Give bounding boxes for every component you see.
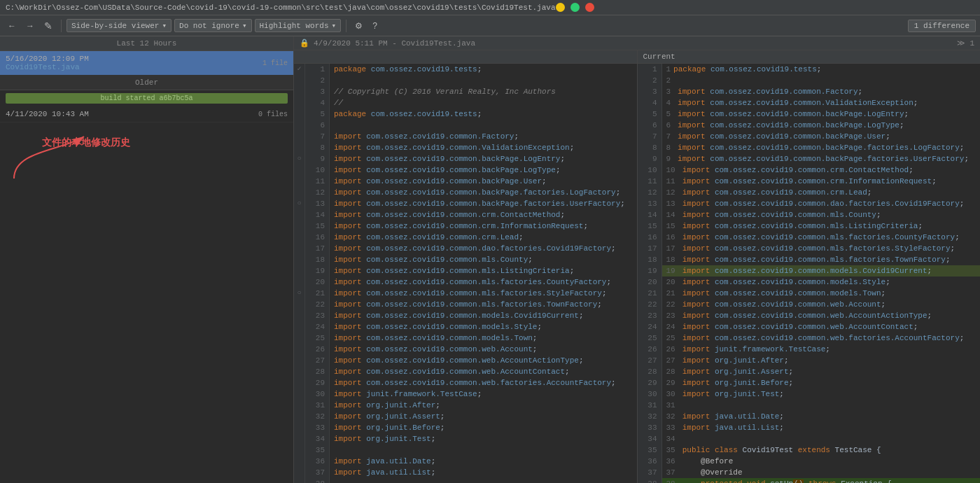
ignore-dropdown[interactable]: Do not ignore ▾: [174, 19, 251, 32]
right-code-panel[interactable]: Current 1 1package com.ossez.covid19.tes…: [637, 50, 981, 483]
code-line: ○ 21 import com.ossez.covid19.common.mls…: [294, 288, 637, 299]
code-line: 14 import com.ossez.covid19.common.crm.C…: [294, 209, 637, 220]
code-line: 30 import junit.framework.TestCase;: [294, 388, 637, 400]
code-line: 10 10import com.ossez.covid19.common.crm…: [638, 164, 981, 176]
code-line: 9 9import com.ossez.covid19.common.backP…: [638, 153, 981, 164]
code-line: 20 import com.ossez.covid19.common.mls.f…: [294, 276, 637, 288]
viewer-label: Side-by-side viewer: [71, 22, 159, 30]
toolbar-right: 1 difference: [908, 20, 976, 32]
maximize-button[interactable]: [570, 3, 580, 12]
code-line-highlight: 19 19import com.ossez.covid19.common.mod…: [638, 265, 981, 276]
history-item-selected[interactable]: 5/16/2020 12:09 PM Covid19Test.java 1 fi…: [0, 51, 293, 76]
history-header: Last 12 Hours: [0, 36, 293, 51]
left-panel: Last 12 Hours 5/16/2020 12:09 PM Covid19…: [0, 36, 294, 483]
code-line: 30 30import org.junit.Test;: [638, 388, 981, 400]
code-line: 3 3import com.ossez.covid19.common.Facto…: [638, 86, 981, 97]
code-line: 18 18import com.ossez.covid19.common.mls…: [638, 254, 981, 265]
code-line: ○ 9 import com.ossez.covid19.common.back…: [294, 153, 637, 164]
code-line: 21 21import com.ossez.covid19.common.mod…: [638, 288, 981, 299]
code-line: 16 import com.ossez.covid19.common.crm.L…: [294, 232, 637, 243]
lock-icon: 🔒: [300, 38, 309, 48]
code-line: 13 13import com.ossez.covid19.common.dao…: [638, 198, 981, 209]
highlight-dropdown[interactable]: Highlight words ▾: [255, 19, 342, 32]
right-panel-header: Current: [638, 50, 981, 64]
diff-area: 🔒 4/9/2020 5:11 PM - Covid19Test.java ≫ …: [294, 36, 980, 483]
code-line: 26 import com.ossez.covid19.common.web.A…: [294, 344, 637, 355]
code-line: 34 import org.junit.Test;: [294, 433, 637, 444]
code-line: 4 4import com.ossez.covid19.common.Valid…: [638, 97, 981, 108]
highlight-label: Highlight words: [260, 22, 329, 30]
code-line: 37 import java.util.List;: [294, 467, 637, 478]
toolbar-sep-1: [61, 20, 62, 32]
code-line: 22 22import com.ossez.covid19.common.web…: [638, 299, 981, 310]
viewer-chevron: ▾: [162, 21, 167, 30]
diff-count-badge: 1 difference: [908, 20, 976, 32]
expand-icon[interactable]: ≫ 1: [957, 38, 974, 48]
ignore-label: Do not ignore: [179, 22, 239, 30]
nav-back-button[interactable]: ←: [4, 20, 20, 32]
code-line: 31 31: [638, 400, 981, 411]
code-line: 25 25import com.ossez.covid19.common.web…: [638, 332, 981, 344]
code-line: 33 33import java.util.List;: [638, 422, 981, 433]
titlebar: C:\WorkDir\Ossez-Com\USData\Source-Code\…: [0, 0, 980, 15]
annotate-button[interactable]: ✎: [41, 19, 56, 33]
code-line: 8 import com.ossez.covid19.common.Valida…: [294, 142, 637, 153]
code-line: 6 6import com.ossez.covid19.common.backP…: [638, 120, 981, 131]
code-line: 27 import com.ossez.covid19.common.web.A…: [294, 355, 637, 366]
code-line: 23 23import com.ossez.covid19.common.web…: [638, 310, 981, 321]
code-line: 32 32import java.util.Date;: [638, 411, 981, 422]
code-line: ○ 13 import com.ossez.covid19.common.bac…: [294, 198, 637, 209]
code-line: 38: [294, 478, 637, 483]
code-line: 37 37 @Override: [638, 467, 981, 478]
code-line: 4 //: [294, 97, 637, 108]
code-line: 11 import com.ossez.covid19.common.backP…: [294, 176, 637, 187]
settings-button[interactable]: ⚙: [351, 20, 366, 32]
code-line: 15 import com.ossez.covid19.common.crm.I…: [294, 220, 637, 232]
code-line: ✓ 1 package com.ossez.covid19.tests;: [294, 64, 637, 75]
history-item-older[interactable]: 4/11/2020 10:43 AM 0 files: [0, 106, 293, 122]
code-line: 35 35public class Covid19Test extends Te…: [638, 444, 981, 456]
minimize-button[interactable]: [556, 3, 565, 12]
code-line: 7 7import com.ossez.covid19.common.backP…: [638, 131, 981, 142]
toolbar-sep-2: [346, 20, 346, 32]
close-button[interactable]: [585, 3, 594, 12]
diff-panels: ✓ 1 package com.ossez.covid19.tests; 2 3…: [294, 50, 980, 483]
left-code-panel[interactable]: ✓ 1 package com.ossez.covid19.tests; 2 3…: [294, 50, 637, 483]
code-line: 6: [294, 120, 637, 131]
code-line: 31 import org.junit.After;: [294, 400, 637, 411]
code-line: 3 // Copyright (C) 2016 Verani Realty, I…: [294, 86, 637, 97]
code-line: 36 import java.util.Date;: [294, 456, 637, 467]
history-item-older-info: 4/11/2020 10:43 AM: [6, 110, 89, 118]
code-line: 5 5import com.ossez.covid19.common.backP…: [638, 108, 981, 120]
toolbar: ← → ✎ Side-by-side viewer ▾ Do not ignor…: [0, 15, 980, 36]
history-older-label: Older: [0, 76, 293, 90]
code-line: 1 1package com.ossez.covid19.tests;: [638, 64, 981, 75]
highlight-chevron: ▾: [332, 21, 337, 30]
annotation-area: 文件的本地修改历史: [0, 122, 293, 156]
nav-forward-button[interactable]: →: [22, 20, 38, 32]
code-line: 15 15import com.ossez.covid19.common.mls…: [638, 220, 981, 232]
code-line: 28 import com.ossez.covid19.common.web.A…: [294, 366, 637, 377]
diff-file-header: 🔒 4/9/2020 5:11 PM - Covid19Test.java ≫ …: [294, 36, 980, 50]
code-line: 28 28import org.junit.Assert;: [638, 366, 981, 377]
code-line: 17 import com.ossez.covid19.common.dao.f…: [294, 243, 637, 254]
code-line: 29 29import org.junit.Before;: [638, 377, 981, 388]
code-line: 12 12import com.ossez.covid19.common.crm…: [638, 187, 981, 198]
code-line: 26 26import junit.framework.TestCase;: [638, 344, 981, 355]
code-line: 2 2: [638, 75, 981, 86]
code-line: 14 14import com.ossez.covid19.common.mls…: [638, 209, 981, 220]
code-line: 19 import com.ossez.covid19.common.mls.L…: [294, 265, 637, 276]
code-line: 34 34: [638, 433, 981, 444]
code-line: 16 16import com.ossez.covid19.common.mls…: [638, 232, 981, 243]
code-line: 11 11import com.ossez.covid19.common.crm…: [638, 176, 981, 187]
titlebar-controls: [556, 3, 594, 12]
ignore-chevron: ▾: [242, 21, 247, 30]
code-line: 23 import com.ossez.covid19.common.model…: [294, 310, 637, 321]
help-button[interactable]: ?: [369, 20, 381, 32]
code-line: 27 27import org.junit.After;: [638, 355, 981, 366]
code-line: 24 24import com.ossez.covid19.common.web…: [638, 321, 981, 332]
annotation-arrow-svg: [7, 130, 91, 186]
code-line: 20 20import com.ossez.covid19.common.mod…: [638, 276, 981, 288]
history-item-info: 5/16/2020 12:09 PM Covid19Test.java: [6, 55, 89, 71]
viewer-dropdown[interactable]: Side-by-side viewer ▾: [66, 19, 172, 32]
